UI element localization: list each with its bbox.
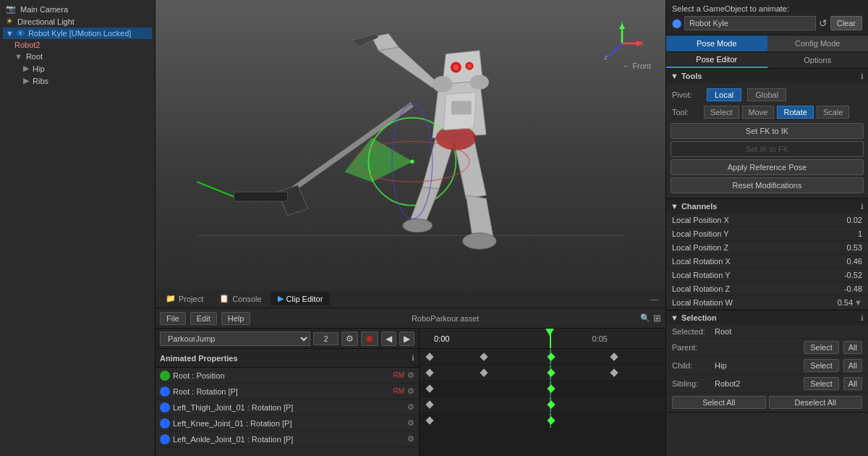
robot-icon: ▼	[6, 29, 14, 38]
refresh-icon[interactable]: ↺	[819, 17, 827, 29]
viewport[interactable]: ← Front Y X	[156, 0, 665, 290]
config-mode-btn[interactable]: Config Mode	[767, 35, 869, 51]
selection-child-row: Child: Hip Select All	[666, 357, 868, 375]
hierarchy-item-robot2[interactable]: Robot2	[3, 39, 152, 51]
clear-button[interactable]: Clear	[830, 16, 862, 30]
hierarchy-item-ribs[interactable]: ▶ Ribs	[3, 75, 152, 87]
keyframe[interactable]	[480, 368, 488, 376]
keyframe[interactable]	[547, 416, 555, 424]
channel-val-3: 0.46	[826, 257, 862, 266]
reset-mod-btn[interactable]: Reset Modifications	[671, 177, 864, 193]
collapse-btn[interactable]: —	[646, 295, 663, 303]
prop-item-left-thigh[interactable]: Left_Thigh_Joint_01 : Rotation [P] ⚙	[156, 400, 419, 415]
prop-gear-left-knee[interactable]: ⚙	[407, 418, 414, 428]
sibling-value: Robot2	[715, 379, 801, 388]
keyframe[interactable]	[547, 400, 555, 408]
keyframe[interactable]	[425, 384, 433, 392]
prop-item-root-rot[interactable]: Root : Rotation [P] RM ⚙	[156, 384, 419, 400]
tab-console[interactable]: 📋 Console	[212, 292, 268, 305]
selection-info-btn[interactable]: ℹ	[861, 314, 864, 322]
selection-section-header[interactable]: ▼ Selection ℹ	[666, 311, 868, 325]
sub-tabs: Pose Editor Options	[666, 52, 868, 69]
set-ik-fk-btn[interactable]: Set IK to FK	[671, 141, 864, 157]
clip-timeline[interactable]: 0:00 0:05	[420, 329, 665, 456]
keyframe[interactable]	[425, 416, 433, 424]
nav-next-btn[interactable]: ▶	[399, 332, 414, 346]
apply-ref-btn[interactable]: Apply Reference Pose	[671, 159, 864, 175]
svg-rect-0	[197, 0, 624, 290]
anim-count-input[interactable]	[313, 332, 339, 345]
parent-all-btn[interactable]: All	[843, 341, 862, 354]
channels-section-header[interactable]: ▼ Channels ℹ	[666, 199, 868, 214]
sibling-label: Sibling:	[672, 379, 712, 388]
selected-label: Selected:	[672, 327, 712, 336]
keyframe[interactable]	[547, 384, 555, 392]
deselect-all-btn[interactable]: Deselect All	[769, 396, 863, 409]
pose-editor-tab[interactable]: Pose Editor	[666, 52, 767, 68]
select-all-btn[interactable]: Select All	[672, 396, 766, 409]
gameobj-input[interactable]	[684, 16, 816, 30]
child-value: Hip	[715, 361, 801, 370]
hierarchy-item-root[interactable]: ▼ Root	[3, 51, 152, 62]
keyframe[interactable]	[547, 352, 555, 360]
expand-icon[interactable]: ⊞	[653, 313, 661, 324]
hierarchy-item-label: Robot2	[14, 41, 40, 49]
gameobj-row: ⬤ ↺ Clear	[672, 16, 862, 30]
options-tab[interactable]: Options	[767, 52, 869, 68]
settings-icon[interactable]: ⚙	[341, 332, 358, 346]
prop-gear-root-pos[interactable]: ⚙	[407, 371, 414, 380]
sibling-all-btn[interactable]: All	[843, 377, 862, 390]
arrow-icon: ▶	[23, 64, 29, 73]
pivot-row: Pivot: Local Global	[666, 86, 868, 104]
keyframe[interactable]	[547, 368, 555, 376]
keyframe[interactable]	[425, 400, 433, 408]
keyframe[interactable]	[425, 352, 433, 360]
move-tool-btn[interactable]: Move	[742, 106, 775, 119]
channels-scroll: Local Position X 0.02 Local Position Y 1…	[666, 214, 868, 310]
edit-menu-btn[interactable]: Edit	[190, 312, 217, 325]
keyframe[interactable]	[610, 368, 618, 376]
project-tab-icon: 📁	[166, 294, 176, 303]
tab-project[interactable]: 📁 Project	[158, 292, 210, 305]
scale-tool-btn[interactable]: Scale	[817, 106, 850, 119]
prop-item-root-pos[interactable]: Root : Position RM ⚙	[156, 368, 419, 384]
viewport-canvas: ← Front Y X	[156, 0, 665, 290]
hierarchy-item-main-camera[interactable]: 📷 Main Camera	[3, 3, 152, 15]
sibling-select-btn[interactable]: Select	[804, 377, 839, 390]
rotate-tool-btn[interactable]: Rotate	[777, 106, 813, 119]
prop-item-left-knee[interactable]: Left_Knee_Joint_01 : Rotation [P] ⚙	[156, 415, 419, 431]
child-select-btn[interactable]: Select	[804, 359, 839, 372]
hierarchy-item-robot-kyle[interactable]: ▼ 👁 Robot Kyle [UMotion Locked]	[3, 28, 152, 39]
pose-mode-btn[interactable]: Pose Mode	[666, 35, 767, 51]
selection-section: ▼ Selection ℹ Selected: Root Parent: Sel…	[666, 311, 868, 413]
keyframe[interactable]	[425, 368, 433, 376]
prop-gear-left-thigh[interactable]: ⚙	[407, 402, 414, 412]
anim-select[interactable]: ParkourJump	[160, 332, 310, 346]
prop-gear-left-ankle[interactable]: ⚙	[407, 434, 414, 444]
nav-prev-btn[interactable]: ◀	[381, 332, 396, 346]
svg-text:X: X	[639, 40, 644, 47]
tools-info-btn[interactable]: ℹ	[861, 72, 864, 80]
camera-icon: 📷	[6, 4, 16, 14]
select-tool-btn[interactable]: Select	[704, 106, 739, 119]
set-fk-ik-btn[interactable]: Set FK to IK	[671, 123, 864, 139]
svg-point-24	[435, 126, 476, 150]
tab-clip-editor[interactable]: ▶ Clip Editor	[271, 292, 331, 305]
help-menu-btn[interactable]: Help	[221, 312, 251, 325]
hierarchy-item-directional-light[interactable]: ☀ Directional Light	[3, 15, 152, 28]
hierarchy-item-hip[interactable]: ▶ Hip	[3, 62, 152, 75]
global-btn[interactable]: Global	[747, 88, 786, 101]
props-info-btn[interactable]: ℹ	[412, 354, 414, 362]
keyframe[interactable]	[480, 352, 488, 360]
local-btn[interactable]: Local	[707, 88, 741, 101]
arrow-icon: ▼	[14, 52, 22, 61]
channels-info-btn[interactable]: ℹ	[861, 203, 864, 211]
tools-section-header[interactable]: ▼ Tools ℹ	[666, 69, 868, 83]
record-icon[interactable]: ⏺	[361, 332, 378, 346]
parent-select-btn[interactable]: Select	[804, 341, 839, 354]
prop-item-left-ankle[interactable]: Left_Ankle_Joint_01 : Rotation [P] ⚙	[156, 431, 419, 447]
file-menu-btn[interactable]: File	[160, 312, 186, 325]
prop-gear-root-rot[interactable]: ⚙	[407, 387, 414, 396]
keyframe[interactable]	[610, 352, 618, 360]
child-all-btn[interactable]: All	[843, 359, 862, 372]
